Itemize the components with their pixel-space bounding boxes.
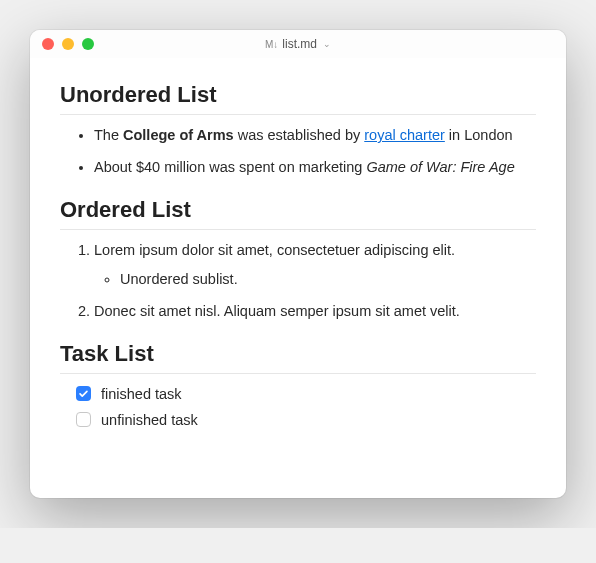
task-label: finished task	[101, 386, 182, 402]
heading-unordered-list: Unordered List	[60, 82, 536, 115]
checkmark-icon	[78, 388, 89, 399]
task-label: unfinished task	[101, 412, 198, 428]
list-item: About $40 million was spent on marketing…	[94, 157, 536, 179]
text-segment: Lorem ipsum dolor sit amet, consectetuer…	[94, 242, 455, 258]
text-segment: in London	[445, 127, 513, 143]
list-item: Donec sit amet nisl. Aliquam semper ipsu…	[94, 301, 536, 323]
document-content: Unordered List The College of Arms was e…	[30, 58, 566, 498]
close-button[interactable]	[42, 38, 54, 50]
chevron-down-icon: ⌄	[323, 39, 331, 49]
bold-text: College of Arms	[123, 127, 234, 143]
task-item: finished task	[76, 386, 536, 402]
checkbox-unchecked[interactable]	[76, 412, 91, 427]
royal-charter-link[interactable]: royal charter	[364, 127, 445, 143]
window-title[interactable]: M↓ list.md ⌄	[265, 37, 331, 51]
text-segment: About $40 million was spent on marketing	[94, 159, 366, 175]
italic-text: Game of War: Fire Age	[366, 159, 514, 175]
minimize-button[interactable]	[62, 38, 74, 50]
app-window: M↓ list.md ⌄ Unordered List The College …	[30, 30, 566, 498]
maximize-button[interactable]	[82, 38, 94, 50]
markdown-file-icon: M↓	[265, 39, 278, 50]
filename-label: list.md	[282, 37, 317, 51]
ordered-list: Lorem ipsum dolor sit amet, consectetuer…	[60, 240, 536, 323]
nested-unordered-list: Unordered sublist.	[94, 269, 536, 291]
traffic-lights	[30, 38, 94, 50]
titlebar[interactable]: M↓ list.md ⌄	[30, 30, 566, 58]
list-item: Lorem ipsum dolor sit amet, consectetuer…	[94, 240, 536, 292]
list-item: The College of Arms was established by r…	[94, 125, 536, 147]
unordered-list: The College of Arms was established by r…	[60, 125, 536, 179]
text-segment: The	[94, 127, 123, 143]
list-item: Unordered sublist.	[120, 269, 536, 291]
heading-ordered-list: Ordered List	[60, 197, 536, 230]
task-list: finished task unfinished task	[60, 386, 536, 428]
checkbox-checked[interactable]	[76, 386, 91, 401]
text-segment: was established by	[234, 127, 365, 143]
task-item: unfinished task	[76, 412, 536, 428]
heading-task-list: Task List	[60, 341, 536, 374]
